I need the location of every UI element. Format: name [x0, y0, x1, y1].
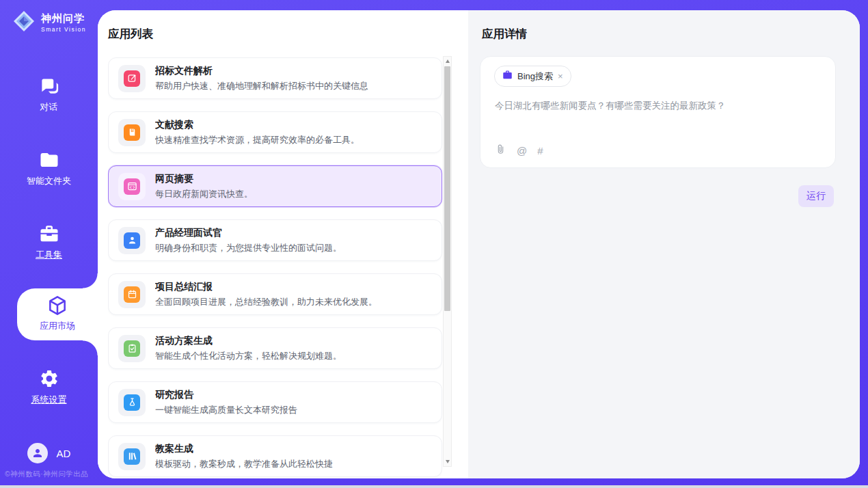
app-card-lesson-plan[interactable]: 教案生成 模板驱动，教案秒成，教学准备从此轻松快捷 — [108, 435, 442, 477]
mention-icon[interactable]: @ — [517, 145, 527, 157]
copyright-footer: ©神州数码·神州问学出品 — [0, 470, 98, 479]
close-icon[interactable]: × — [558, 72, 563, 81]
sidebar-item-label: 工具集 — [0, 249, 98, 261]
document-edit-icon — [118, 65, 146, 92]
user-account[interactable]: AD — [0, 443, 98, 463]
brand-name: 神州问学 — [41, 12, 86, 25]
app-card-research-report[interactable]: 研究报告 一键智能生成高质量长文本研究报告 — [108, 381, 442, 423]
app-card-title: 产品经理面试官 — [155, 228, 342, 237]
user-name: AD — [57, 448, 71, 459]
app-window: 神州问学 Smart Vision 对话 智能文件夹 — [0, 0, 868, 488]
prompt-input[interactable]: 今日湖北有哪些新闻要点？有哪些需要关注的最新政策？ — [495, 99, 822, 113]
app-card-title: 网页摘要 — [155, 174, 253, 183]
sidebar-item-settings[interactable]: 系统设置 — [0, 368, 98, 406]
brand-subtitle: Smart Vision — [41, 26, 86, 33]
scroll-down-icon[interactable] — [444, 457, 451, 466]
app-card-title: 文献搜索 — [155, 120, 360, 129]
chat-icon — [0, 75, 98, 97]
app-card-pm-interviewer[interactable]: 产品经理面试官 明确身份和职责，为您提供专业性的面试问题。 — [108, 219, 442, 261]
briefcase-icon — [502, 70, 513, 83]
prompt-card: Bing搜索 × 今日湖北有哪些新闻要点？有哪些需要关注的最新政策？ @ # — [480, 56, 836, 168]
scroll-up-icon[interactable] — [444, 57, 451, 66]
browser-code-icon — [118, 173, 146, 200]
content-panel: 应用列表 招标文件解析 帮助用户快速 — [98, 10, 860, 478]
folder-icon — [0, 149, 98, 171]
scrollbar-thumb[interactable] — [444, 66, 450, 311]
tool-tag-label: Bing搜索 — [517, 70, 553, 83]
app-card-desc: 快速精准查找学术资源，提高研究效率的必备工具。 — [155, 135, 360, 146]
sidebar-item-toolset[interactable]: 工具集 — [0, 223, 98, 261]
app-detail-title: 应用详情 — [482, 27, 527, 42]
cube-icon — [17, 288, 98, 316]
sidebar-item-app-market[interactable]: 应用市场 — [17, 288, 98, 340]
flask-icon — [118, 389, 146, 416]
diamond-logo-icon — [12, 9, 36, 36]
app-card-title: 项目总结汇报 — [155, 282, 377, 291]
tool-tag-bing-search[interactable]: Bing搜索 × — [494, 66, 571, 87]
app-card-bid-document-analysis[interactable]: 招标文件解析 帮助用户快速、准确地理解和解析招标书中的关键信息 — [108, 57, 442, 99]
toolbox-icon — [0, 223, 98, 245]
sidebar-item-label: 系统设置 — [0, 394, 98, 406]
sidebar-item-label: 对话 — [0, 101, 98, 113]
avatar — [27, 443, 48, 463]
brand-logo: 神州问学 Smart Vision — [0, 9, 98, 36]
app-card-desc: 模板驱动，教案秒成，教学准备从此轻松快捷 — [155, 459, 333, 470]
app-card-desc: 明确身份和职责，为您提供专业性的面试问题。 — [155, 243, 342, 254]
app-card-event-plan[interactable]: 活动方案生成 智能生成个性化活动方案，轻松解决规划难题。 — [108, 327, 442, 369]
app-card-project-summary[interactable]: 项目总结汇报 全面回顾项目进展，总结经验教训，助力未来优化发展。 — [108, 273, 442, 315]
hash-icon[interactable]: # — [537, 145, 543, 157]
app-card-title: 研究报告 — [155, 390, 297, 399]
books-icon — [118, 443, 146, 470]
paperclip-icon[interactable] — [495, 144, 506, 158]
sidebar-item-label: 应用市场 — [17, 320, 98, 332]
app-list-title: 应用列表 — [108, 27, 153, 42]
app-card-web-summary[interactable]: 网页摘要 每日政府新闻资讯快查。 — [108, 165, 442, 207]
gear-icon — [0, 368, 98, 390]
app-card-title: 招标文件解析 — [155, 66, 368, 75]
input-toolbar: @ # — [495, 144, 543, 158]
app-detail-panel: 应用详情 Bing搜索 × 今日湖北有哪些新闻要点？有哪些需要关注的最新政策？ — [468, 10, 860, 478]
calendar-icon — [118, 281, 146, 308]
clipboard-check-icon — [118, 335, 146, 362]
sidebar-item-chat[interactable]: 对话 — [0, 75, 98, 113]
app-list-scrollbar[interactable] — [443, 56, 452, 467]
app-card-desc: 每日政府新闻资讯快查。 — [155, 189, 253, 200]
app-card-literature-search[interactable]: 文献搜索 快速精准查找学术资源，提高研究效率的必备工具。 — [108, 111, 442, 153]
app-card-desc: 全面回顾项目进展，总结经验教训，助力未来优化发展。 — [155, 297, 377, 308]
app-list-panel: 应用列表 招标文件解析 帮助用户快速 — [98, 10, 468, 478]
app-card-desc: 一键智能生成高质量长文本研究报告 — [155, 405, 297, 416]
window-bottom-edge — [0, 485, 868, 488]
sidebar: 神州问学 Smart Vision 对话 智能文件夹 — [0, 0, 98, 485]
person-icon — [118, 227, 146, 254]
app-list: 招标文件解析 帮助用户快速、准确地理解和解析招标书中的关键信息 — [108, 57, 442, 478]
app-card-title: 活动方案生成 — [155, 336, 342, 345]
app-card-desc: 帮助用户快速、准确地理解和解析招标书中的关键信息 — [155, 81, 368, 92]
sidebar-item-smart-folder[interactable]: 智能文件夹 — [0, 149, 98, 187]
run-button[interactable]: 运行 — [798, 185, 834, 207]
sidebar-item-label: 智能文件夹 — [0, 175, 98, 187]
book-icon — [118, 119, 146, 146]
app-card-desc: 智能生成个性化活动方案，轻松解决规划难题。 — [155, 351, 342, 362]
app-card-title: 教案生成 — [155, 444, 333, 453]
